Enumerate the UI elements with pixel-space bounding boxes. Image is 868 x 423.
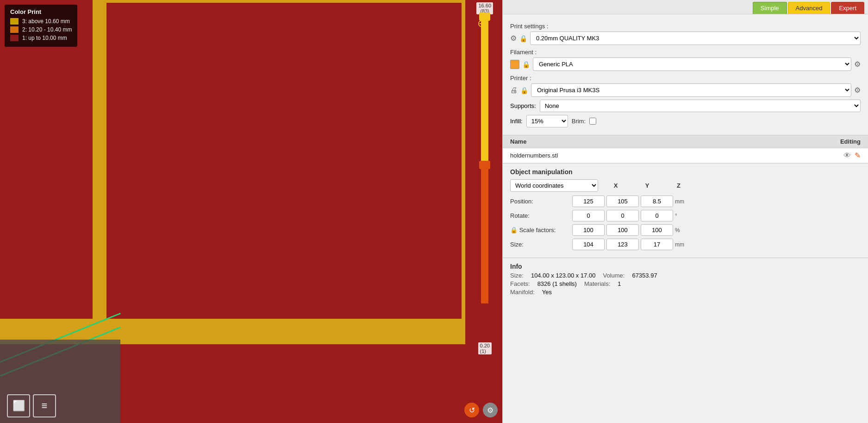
info-manifold-value: Yes <box>542 289 552 296</box>
rotate-unit: ° <box>675 213 685 219</box>
object-edit-icon[interactable]: ✎ <box>855 151 861 160</box>
info-facets-label: Facets: <box>510 280 530 287</box>
layer-slider-track[interactable] <box>479 16 490 341</box>
info-volume-label: Volume: <box>603 272 624 279</box>
info-size-value: 104.00 x 123.00 x 17.00 <box>531 272 596 279</box>
scale-y-input[interactable] <box>606 224 639 236</box>
size-y-input[interactable] <box>606 239 639 250</box>
info-materials-value: 1 <box>618 280 621 287</box>
filament-row: 🔒 Generic PLA ⚙ <box>510 57 861 71</box>
yellow-stripe-right <box>462 0 465 344</box>
x-header: X <box>602 182 630 189</box>
printer-lock-icon: 🔒 <box>520 87 528 94</box>
3d-viewport[interactable]: Color Print 3: above 10.60 mm 2: 10.20 -… <box>0 0 502 423</box>
filament-select[interactable]: Generic PLA <box>533 57 851 71</box>
tab-expert[interactable]: Expert <box>831 2 864 14</box>
size-row: Size: mm <box>510 239 861 250</box>
printer-edit-icon[interactable]: ⚙ <box>854 86 861 95</box>
yellow-stripe-top <box>93 0 465 3</box>
object-manipulation: Object manipulation World coordinates X … <box>503 163 868 258</box>
tab-simple[interactable]: Simple <box>753 2 787 14</box>
layer-slider[interactable]: 16.60 (83) ⊕ 0.20 (1) <box>476 0 493 423</box>
info-volume-value: 67353.97 <box>632 272 657 279</box>
supports-select[interactable]: None <box>540 100 861 112</box>
rotate-label: Rotate: <box>510 212 570 219</box>
color-legend: Color Print 3: above 10.60 mm 2: 10.20 -… <box>5 5 77 47</box>
scale-label: 🔒 Scale factors: <box>510 227 570 234</box>
layers-icon[interactable]: ≡ <box>33 394 56 417</box>
position-label: Position: <box>510 198 570 205</box>
table-row: holdernumbers.stl 👁 ✎ <box>503 148 868 163</box>
object-list-name-header: Name <box>510 138 526 145</box>
info-materials-label: Materials: <box>584 280 610 287</box>
y-header: Y <box>633 182 661 189</box>
tab-advanced[interactable]: Advanced <box>788 2 831 14</box>
size-x-input[interactable] <box>572 239 605 250</box>
supports-row: Supports: None <box>510 100 861 112</box>
legend-item-2: 2: 10.20 - 10.40 mm <box>10 26 72 33</box>
rotate-z-input[interactable] <box>641 210 673 221</box>
info-size-label: Size: <box>510 272 524 279</box>
infill-select[interactable]: 15% <box>526 115 568 127</box>
legend-color-3 <box>10 18 19 25</box>
object-list-header: Name Editing <box>503 135 868 148</box>
settings-area: Print settings : ⚙ 🔒 0.20mm QUALITY MK3 … <box>503 14 868 135</box>
printer-select[interactable]: Original Prusa i3 MK3S <box>531 83 851 97</box>
infill-row: Infill: 15% Brim: <box>510 115 861 127</box>
legend-color-1 <box>10 35 19 41</box>
legend-label-3: 3: above 10.60 mm <box>22 18 70 25</box>
viewport-bottom-icons: ⬜ ≡ <box>7 394 56 417</box>
scale-row: 🔒 Scale factors: % <box>510 224 861 236</box>
slider-fill-yellow <box>481 16 488 164</box>
info-section: Info Size: 104.00 x 123.00 x 17.00 Volum… <box>503 258 868 302</box>
print-settings-row: ⚙ 🔒 0.20mm QUALITY MK3 <box>510 32 861 45</box>
printer-label: Printer : <box>510 75 861 82</box>
right-panel: Simple Advanced Expert Print settings : … <box>502 0 868 423</box>
cube-icon[interactable]: ⬜ <box>7 394 30 417</box>
object-list-editing-header: Editing <box>840 138 861 145</box>
scale-unit: % <box>675 227 685 234</box>
printer-icon: 🖨 <box>510 86 518 95</box>
object-manipulation-title: Object manipulation <box>510 168 861 176</box>
scale-x-input[interactable] <box>572 224 605 236</box>
info-size-row: Size: 104.00 x 123.00 x 17.00 Volume: 67… <box>510 272 861 279</box>
settings-gear-icon: ⚙ <box>510 34 517 43</box>
coords-row: World coordinates X Y Z <box>510 179 861 192</box>
legend-item-1: 1: up to 10.00 mm <box>10 35 72 41</box>
legend-title: Color Print <box>10 8 72 15</box>
printer-row: 🖨 🔒 Original Prusa i3 MK3S ⚙ <box>510 83 861 97</box>
legend-label-1: 1: up to 10.00 mm <box>22 35 67 41</box>
info-manifold-label: Manifold: <box>510 289 535 296</box>
scale-lock-icon: 🔒 <box>510 227 519 234</box>
z-header: Z <box>665 182 693 189</box>
brim-checkbox[interactable] <box>589 118 596 125</box>
supports-label: Supports: <box>510 102 536 109</box>
size-z-input[interactable] <box>641 239 673 250</box>
slider-fill-red <box>481 164 488 303</box>
scale-z-input[interactable] <box>641 224 673 236</box>
filament-edit-icon[interactable]: ⚙ <box>854 60 861 69</box>
info-facets-value: 8326 (1 shells) <box>537 280 577 287</box>
print-settings-label: Print settings : <box>510 23 861 30</box>
rotate-x-input[interactable] <box>572 210 605 221</box>
object-name: holdernumbers.stl <box>510 152 840 159</box>
position-unit: mm <box>675 198 685 205</box>
info-manifold-row: Manifold: Yes <box>510 289 861 296</box>
world-coordinates-select[interactable]: World coordinates <box>510 179 598 192</box>
position-x-input[interactable] <box>572 196 605 207</box>
size-unit: mm <box>675 241 685 248</box>
rotate-y-input[interactable] <box>606 210 639 221</box>
position-row: Position: mm <box>510 196 861 207</box>
legend-label-2: 2: 10.20 - 10.40 mm <box>22 26 72 33</box>
info-facets-row: Facets: 8326 (1 shells) Materials: 1 <box>510 280 861 287</box>
print-settings-select[interactable]: 0.20mm QUALITY MK3 <box>530 32 861 45</box>
brim-label: Brim: <box>572 118 586 125</box>
print-settings-lock-icon: 🔒 <box>519 35 527 42</box>
slider-bottom-label: 0.20 (1) <box>478 342 492 354</box>
position-z-input[interactable] <box>641 196 673 207</box>
rotate-row: Rotate: ° <box>510 210 861 221</box>
object-eye-icon[interactable]: 👁 <box>843 152 851 160</box>
size-label: Size: <box>510 241 570 248</box>
legend-color-2 <box>10 26 19 33</box>
position-y-input[interactable] <box>606 196 639 207</box>
